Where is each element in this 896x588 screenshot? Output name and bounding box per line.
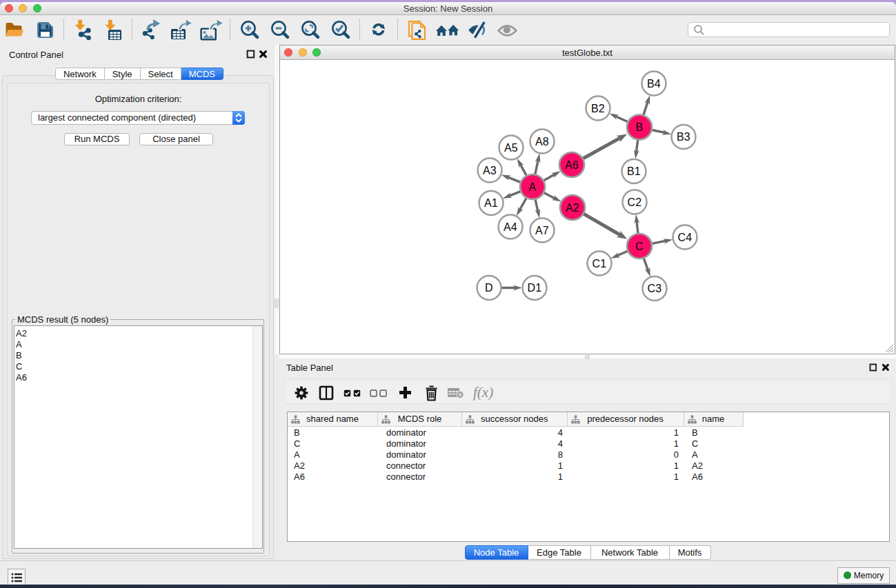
svg-text:A6: A6 [565, 159, 579, 171]
svg-text:B1: B1 [627, 165, 641, 177]
svg-text:C: C [635, 241, 644, 252]
svg-text:D: D [485, 282, 493, 294]
svg-text:B3: B3 [677, 131, 690, 143]
svg-text:C4: C4 [678, 232, 693, 243]
svg-text:B: B [636, 121, 644, 133]
svg-text:A3: A3 [483, 165, 497, 176]
svg-text:C1: C1 [593, 258, 607, 270]
svg-text:A8: A8 [535, 136, 549, 148]
svg-text:C3: C3 [648, 283, 662, 294]
svg-text:D1: D1 [528, 282, 542, 294]
svg-text:A2: A2 [566, 202, 579, 214]
svg-text:A4: A4 [504, 221, 517, 233]
svg-text:A: A [529, 181, 537, 193]
svg-text:A5: A5 [504, 142, 518, 154]
svg-text:B2: B2 [591, 103, 605, 114]
svg-text:A7: A7 [535, 225, 549, 236]
svg-text:C2: C2 [628, 196, 642, 208]
svg-text:B4: B4 [647, 78, 661, 90]
svg-text:A1: A1 [484, 197, 498, 209]
